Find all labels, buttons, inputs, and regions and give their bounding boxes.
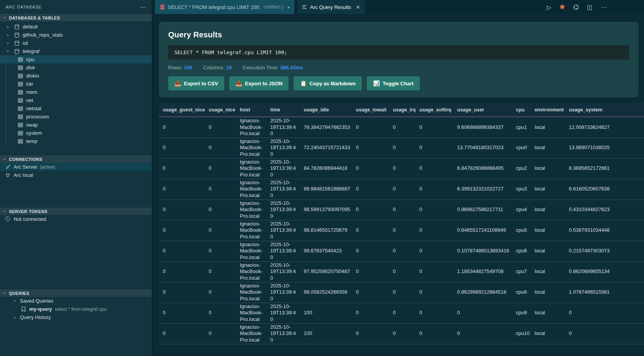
- bar-chart-icon: 📊: [373, 80, 380, 86]
- sidebar-more-icon[interactable]: ⋯: [140, 4, 146, 11]
- connection-item-arc-server[interactable]: Arc Server(active): [0, 163, 152, 171]
- cell-usage_guest_nice: 0: [159, 220, 205, 241]
- query-history-item[interactable]: › Query History: [0, 313, 152, 321]
- export-json-button[interactable]: 📥 Export to JSON: [229, 76, 289, 90]
- section-connections[interactable]: › CONNECTIONS: [0, 155, 152, 163]
- cell-usage_idle: 98.59913793097095: [300, 199, 352, 220]
- run-query-icon[interactable]: ▷: [547, 4, 551, 10]
- saved-query-my-query[interactable]: my-query select * from telegraf.cpu: [0, 305, 152, 313]
- results-table: usage_guest_niceusage_nicehosttimeusage_…: [159, 103, 644, 344]
- sidebar-item-table-disk[interactable]: disk: [0, 63, 152, 72]
- copy-markdown-button[interactable]: 📋 Copy as Markdown: [294, 76, 362, 90]
- table-name: diskio: [26, 73, 39, 79]
- cell-usage_guest_nice: 0: [159, 323, 205, 344]
- cell-usage_idle: 99.67637540423: [300, 241, 352, 261]
- chevron-down-icon: ›: [2, 291, 7, 296]
- editor-area: SELECT * FROM telegraf.cpu LIMIT 100; Un…: [153, 0, 644, 356]
- chevron-right-icon: ›: [12, 315, 17, 320]
- sidebar-item-database-telegraf[interactable]: ›telegraf: [0, 47, 152, 55]
- cell-host: Ignacios-MacBook-Pro.local: [236, 137, 266, 158]
- cell-usage_irq: 0: [389, 117, 415, 137]
- sidebar: ARC DATABASE ⋯ › DATABASES & TABLES ›def…: [0, 0, 153, 356]
- cell-time: 2025-10-19T13:39:40: [266, 241, 300, 261]
- tab-bar: SELECT * FROM telegraf.cpu LIMIT 100; Un…: [153, 0, 644, 14]
- cell-host: Ignacios-MacBook-Pro.local: [236, 323, 266, 344]
- column-header-host: host: [236, 103, 266, 117]
- tab-sql-untitled-1[interactable]: SELECT * FROM telegraf.cpu LIMIT 100; Un…: [155, 0, 294, 14]
- sidebar-item-table-swap[interactable]: swap: [0, 121, 152, 129]
- table-row: 00Ignacios-MacBook-Pro.local2025-10-19T1…: [159, 158, 644, 179]
- cell-usage_user: 0: [453, 323, 512, 344]
- table-name: system: [26, 130, 42, 136]
- openai-icon[interactable]: ⌬: [573, 4, 579, 11]
- cell-time: 2025-10-19T13:39:40: [266, 137, 300, 158]
- sidebar-item-table-cpu[interactable]: cpu: [0, 55, 152, 63]
- export-csv-button[interactable]: 📥 Export to CSV: [168, 76, 224, 90]
- sidebar-item-table-lotr[interactable]: lotr: [0, 80, 152, 88]
- clipboard-icon: 📋: [300, 80, 306, 86]
- cell-environment: local: [531, 303, 565, 323]
- close-icon[interactable]: ✕: [356, 4, 360, 10]
- section-queries[interactable]: › QUERIES: [0, 289, 152, 297]
- cell-usage_softirq: 0: [415, 323, 453, 344]
- cell-usage_idle: 98.0582524266358: [300, 282, 352, 303]
- sidebar-item-table-system[interactable]: system: [0, 129, 152, 137]
- sidebar-item-database-github_repo_stats[interactable]: ›github_repo_stats: [0, 31, 152, 39]
- saved-queries-item[interactable]: › Saved Queries: [0, 297, 152, 305]
- database-cylinder-icon: [14, 32, 20, 38]
- section-server-tokens[interactable]: › SERVER TOKENS: [0, 208, 152, 215]
- sidebar-item-database-iot[interactable]: ›iot: [0, 39, 152, 47]
- tab-arc-query-results[interactable]: Arc Query Results ✕: [297, 0, 364, 14]
- cell-usage_softirq: 0: [415, 137, 453, 158]
- inbox-tray-icon: 📥: [236, 80, 242, 86]
- modified-dot-icon[interactable]: ●: [287, 5, 290, 9]
- sidebar-header: ARC DATABASE ⋯: [0, 0, 152, 14]
- cell-usage_idle: 72.24043715721433: [300, 137, 352, 158]
- table-grid-icon: [17, 122, 23, 128]
- cell-usage_iowait: 0: [352, 179, 389, 199]
- sidebar-item-table-net[interactable]: net: [0, 96, 152, 104]
- cell-usage_iowait: 0: [352, 323, 389, 344]
- cell-usage_idle: 100: [300, 323, 352, 344]
- database-name: telegraf: [23, 48, 39, 54]
- table-name: lotr: [26, 81, 33, 87]
- more-actions-icon[interactable]: ⋯: [601, 4, 607, 10]
- toggle-chart-button[interactable]: 📊 Toggle Chart: [367, 76, 420, 90]
- query-results-card: Query Results SELECT * FROM telegraf.cpu…: [159, 22, 639, 97]
- table-name: disk: [26, 65, 35, 70]
- connection-item-arc-local[interactable]: Arc local: [0, 171, 152, 179]
- sidebar-item-table-temp[interactable]: temp: [0, 137, 152, 145]
- cell-environment: local: [531, 158, 565, 179]
- sidebar-item-table-diskio[interactable]: diskio: [0, 72, 152, 80]
- cell-usage_softirq: 0: [415, 158, 453, 179]
- table-grid-icon: [17, 97, 23, 104]
- editor-actions: ▷ ✺ ⌬ ◫ ⋯: [547, 0, 644, 14]
- cell-usage_irq: 0: [389, 199, 415, 220]
- table-row: 00Ignacios-MacBook-Pro.local2025-10-19T1…: [159, 261, 644, 282]
- cell-usage_nice: 0: [205, 158, 236, 179]
- table-grid-icon: [17, 138, 23, 145]
- cell-usage_system: 0.2157497303073: [565, 241, 644, 261]
- claude-starburst-icon[interactable]: ✺: [560, 4, 565, 11]
- cell-time: 2025-10-19T13:39:40: [266, 303, 300, 323]
- database-name: iot: [23, 40, 28, 46]
- split-editor-icon[interactable]: ◫: [587, 4, 593, 10]
- plug-icon: [5, 164, 11, 170]
- cell-usage_idle: 78.38427947662353: [300, 117, 352, 137]
- cell-usage_nice: 0: [205, 282, 236, 303]
- table-row: 00Ignacios-MacBook-Pro.local2025-10-19T1…: [159, 282, 644, 303]
- cell-usage_irq: 0: [389, 137, 415, 158]
- table-name: processes: [26, 114, 49, 120]
- cell-usage_system: 12.008733624627: [565, 117, 644, 137]
- cell-usage_system: 8.3695652172661: [565, 158, 644, 179]
- cell-usage_nice: 0: [205, 117, 236, 137]
- sidebar-item-table-mem[interactable]: mem: [0, 88, 152, 96]
- sidebar-item-table-netstat[interactable]: netstat: [0, 104, 152, 113]
- column-header-usage_irq: usage_irq: [389, 103, 415, 117]
- sidebar-item-database-default[interactable]: ›default: [0, 23, 152, 31]
- sidebar-item-table-processes[interactable]: processes: [0, 113, 152, 121]
- sql-query-box: SELECT * FROM telegraf.cpu LIMIT 100;: [168, 45, 629, 60]
- cell-usage_nice: 0: [205, 303, 236, 323]
- cell-usage_guest_nice: 0: [159, 303, 205, 323]
- section-databases-tables[interactable]: › DATABASES & TABLES: [0, 14, 152, 21]
